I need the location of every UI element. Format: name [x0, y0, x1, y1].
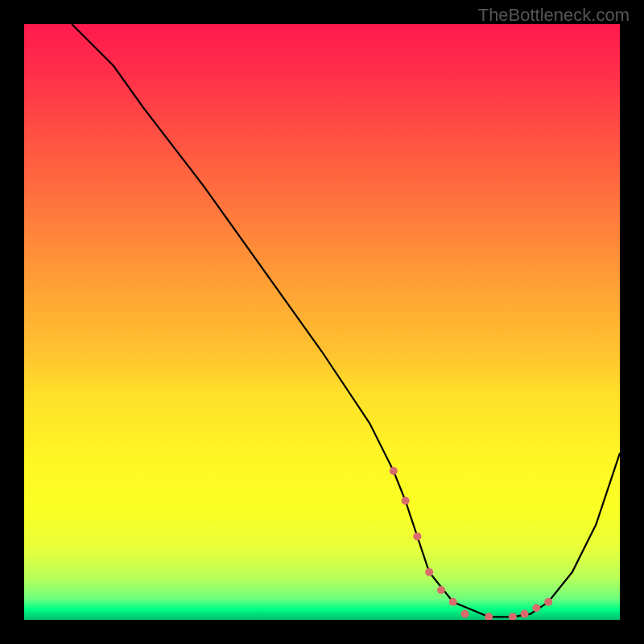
marker-point: [413, 532, 421, 540]
marker-group: [390, 467, 552, 620]
marker-point: [425, 568, 433, 576]
marker-point: [390, 467, 398, 475]
marker-point: [449, 598, 457, 606]
marker-point: [532, 604, 540, 612]
curve-line: [72, 24, 620, 617]
marker-point: [521, 610, 529, 618]
marker-point: [544, 598, 552, 606]
watermark-text: TheBottleneck.com: [478, 5, 630, 26]
marker-point: [437, 586, 445, 594]
chart-plot-area: [24, 24, 620, 620]
marker-point: [509, 613, 517, 620]
chart-svg: [24, 24, 620, 620]
marker-point: [402, 497, 410, 505]
marker-point: [485, 613, 493, 620]
marker-point: [461, 610, 469, 618]
